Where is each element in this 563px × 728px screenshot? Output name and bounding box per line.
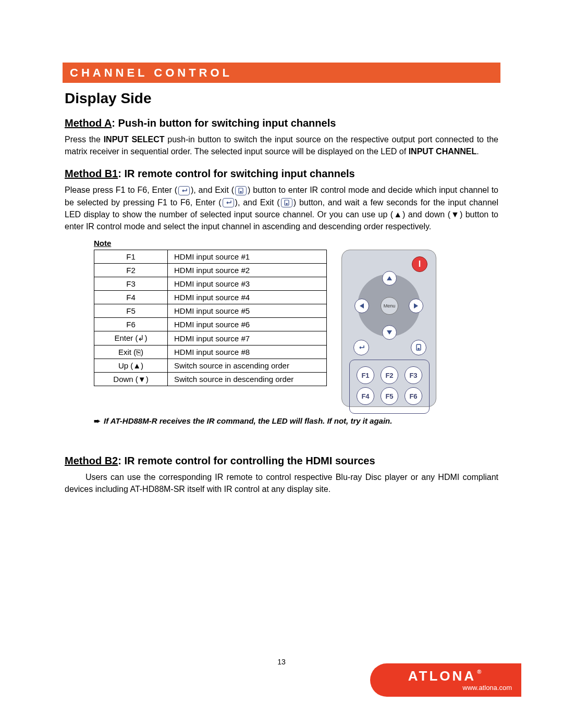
table-key: Down (▼) [94, 373, 168, 386]
tip-note: ➨If AT-HD88M-R receives the IR command, … [94, 416, 500, 426]
power-button-icon: I [412, 256, 427, 272]
table-row: Enter (↲)HDMI input source #7 [94, 331, 327, 346]
table-value: HDMI input source #8 [168, 346, 327, 359]
table-value: HDMI input source #5 [168, 304, 327, 318]
exit-button-icon [411, 340, 426, 355]
registered-icon: ® [477, 669, 483, 675]
text: ), and Exit ( [235, 198, 280, 207]
bold-input-channel: INPUT CHANNEL [409, 147, 477, 156]
table-value: HDMI input source #3 [168, 277, 327, 291]
brand-badge: ATLONA® www.atlona.com [370, 663, 521, 697]
section-banner: CHANNEL CONTROL [63, 63, 500, 83]
brand-name-text: ATLONA [408, 668, 476, 684]
exit-icon [235, 186, 247, 195]
bold-input-select: INPUT SELECT [104, 135, 165, 144]
tip-text: If AT-HD88M-R receives the IR command, t… [104, 416, 392, 425]
table-value: Switch source in ascending order [168, 359, 327, 373]
method-a-label: Method A [65, 117, 112, 129]
table-value: HDMI input source #7 [168, 331, 327, 346]
f2-button: F2 [381, 366, 398, 384]
table-key: F2 [94, 264, 168, 277]
method-b1-heading: Method B1: IR remote control for switchi… [65, 168, 500, 180]
table-value: HDMI input source #2 [168, 264, 327, 277]
arrow-icon: ➨ [94, 416, 101, 425]
table-key: F5 [94, 304, 168, 318]
method-a-heading: Method A: Push-in button for switching i… [65, 117, 500, 129]
table-value: HDMI input source #6 [168, 318, 327, 331]
text: Press the [65, 135, 104, 144]
dpad: Menu [358, 274, 420, 337]
table-row: Exit (⎘)HDMI input source #8 [94, 346, 327, 359]
up-button-icon [382, 271, 397, 286]
menu-button: Menu [381, 297, 398, 315]
table-key: F4 [94, 291, 168, 304]
right-button-icon [409, 299, 423, 313]
method-b2-label: Method B2 [65, 455, 118, 466]
method-b1-label: Method B1 [65, 168, 118, 179]
method-b2-title: : IR remote control for controlling the … [118, 455, 375, 466]
ir-remote-diagram: I Menu F1 F2 F3 F4 F5 [341, 250, 436, 407]
method-b2-heading: Method B2: IR remote control for control… [65, 455, 500, 467]
f4-button: F4 [357, 387, 374, 405]
enter-button-icon [353, 340, 369, 355]
table-key: F1 [94, 250, 168, 264]
left-button-icon [354, 299, 369, 313]
text: Please press F1 to F6, Enter ( [65, 186, 177, 194]
brand-url: www.atlona.com [462, 684, 512, 692]
table-row: F4HDMI input source #4 [94, 291, 327, 304]
f1-button: F1 [357, 366, 374, 384]
enter-icon [178, 186, 190, 195]
method-b1-text: Please press F1 to F6, Enter (), and Exi… [65, 184, 498, 232]
method-b2-text: Users can use the corresponding IR remot… [65, 471, 498, 495]
table-value: HDMI input source #1 [168, 250, 327, 264]
table-row: Down (▼)Switch source in descending orde… [94, 373, 327, 386]
method-a-title: : Push-in button for switching input cha… [112, 117, 336, 129]
table-key: Enter (↲) [94, 331, 168, 346]
note-label: Note [94, 239, 500, 248]
f5-button: F5 [381, 387, 398, 405]
text: ), and Exit ( [191, 186, 234, 194]
brand-name: ATLONA® [408, 669, 484, 683]
f3-button: F3 [405, 366, 422, 384]
exit-icon [281, 198, 292, 207]
table-row: F5HDMI input source #5 [94, 304, 327, 318]
text: . [476, 147, 479, 156]
input-mapping-table: F1HDMI input source #1F2HDMI input sourc… [94, 250, 327, 386]
down-button-icon [382, 325, 397, 340]
f-key-panel: F1 F2 F3 F4 F5 F6 [349, 360, 430, 414]
table-value: HDMI input source #4 [168, 291, 327, 304]
method-a-text: Press the INPUT SELECT push-in button to… [65, 133, 498, 157]
table-row: F6HDMI input source #6 [94, 318, 327, 331]
table-row: F1HDMI input source #1 [94, 250, 327, 264]
table-key: F3 [94, 277, 168, 291]
f6-button: F6 [405, 387, 422, 405]
method-b1-title: : IR remote control for switching input … [118, 168, 354, 179]
table-key: Exit (⎘) [94, 346, 168, 359]
page-title: Display Side [65, 90, 500, 107]
table-value: Switch source in descending order [168, 373, 327, 386]
table-key: Up (▲) [94, 359, 168, 373]
table-row: Up (▲)Switch source in ascending order [94, 359, 327, 373]
table-key: F6 [94, 318, 168, 331]
table-row: F2HDMI input source #2 [94, 264, 327, 277]
enter-icon [223, 198, 234, 207]
table-row: F3HDMI input source #3 [94, 277, 327, 291]
